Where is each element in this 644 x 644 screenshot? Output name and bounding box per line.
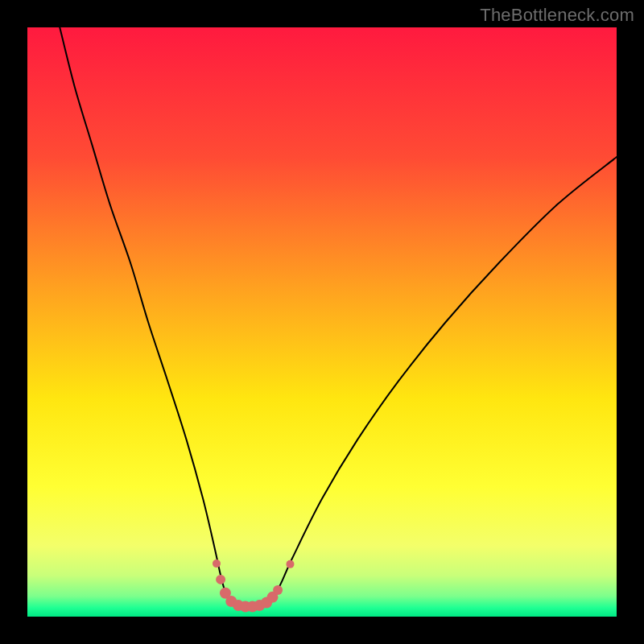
marker-dot [216, 575, 225, 584]
marker-dot [286, 560, 294, 568]
plot-area [27, 27, 617, 617]
marker-dot [273, 585, 283, 595]
chart-frame: TheBottleneck.com [0, 0, 644, 644]
gradient-background [27, 27, 617, 617]
marker-dot [213, 559, 221, 568]
watermark-text: TheBottleneck.com [480, 5, 634, 26]
chart-svg [27, 27, 617, 617]
